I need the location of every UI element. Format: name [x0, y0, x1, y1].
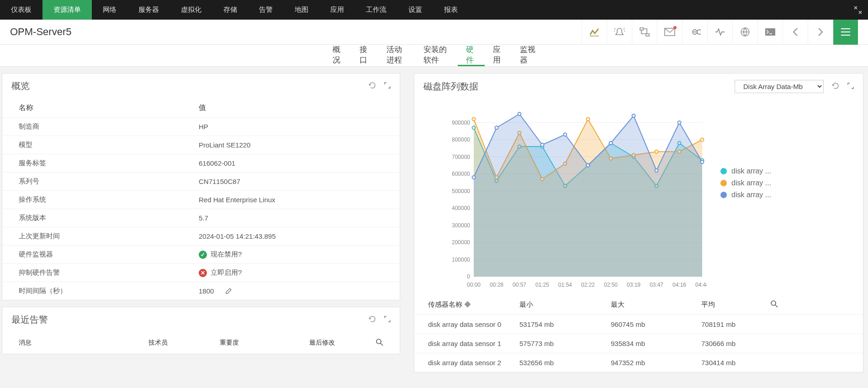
- svg-point-64: [587, 164, 590, 167]
- svg-point-63: [564, 133, 567, 136]
- link-icon[interactable]: [682, 20, 707, 45]
- refresh-icon[interactable]: [369, 315, 376, 324]
- sensor-max: 960745 mb: [611, 320, 701, 328]
- check-icon: ✓: [199, 251, 207, 259]
- svg-text:00:28: 00:28: [490, 282, 503, 288]
- refresh-icon[interactable]: [369, 82, 376, 90]
- topnav-item[interactable]: 服务器: [127, 0, 170, 20]
- expand-icon[interactable]: [384, 316, 391, 324]
- legend-item[interactable]: disk array ...: [720, 167, 771, 175]
- legend-item[interactable]: disk array ...: [720, 191, 771, 199]
- overview-row: 制造商HP: [2, 117, 400, 136]
- next-icon[interactable]: [808, 20, 833, 45]
- topnav-item[interactable]: 告警: [248, 0, 284, 20]
- svg-text:02:22: 02:22: [581, 282, 595, 288]
- topnav-item[interactable]: 资源清单: [42, 0, 92, 20]
- refresh-icon[interactable]: [832, 82, 839, 91]
- svg-point-59: [472, 176, 476, 179]
- sensor-col-min[interactable]: 最小: [519, 300, 611, 309]
- sensor-name: disk array data sensor 2: [428, 359, 519, 367]
- topnav-item[interactable]: 地图: [284, 0, 319, 20]
- alarm-col-tech[interactable]: 技术员: [148, 339, 220, 347]
- collapse-icon[interactable]: [848, 0, 868, 20]
- sensor-max: 947352 mb: [611, 359, 701, 367]
- legend-label: disk array ...: [731, 179, 771, 187]
- sensor-col-max[interactable]: 最大: [611, 300, 701, 309]
- topnav-item[interactable]: 网络: [92, 0, 127, 20]
- alarm-col-last[interactable]: 最后修改: [309, 339, 365, 347]
- hw-monitor-link[interactable]: 现在禁用?: [211, 250, 242, 259]
- chart-icon[interactable]: [582, 20, 607, 45]
- sensor-name: disk array data sensor 1: [428, 340, 519, 347]
- page-header: OPM-Server5: [0, 20, 868, 45]
- overview-key: 服务标签: [19, 159, 199, 168]
- legend-label: disk array ...: [731, 167, 771, 175]
- legend-item[interactable]: disk array ...: [720, 179, 771, 187]
- svg-point-68: [678, 121, 681, 124]
- svg-rect-0: [640, 28, 643, 30]
- subtab-item[interactable]: 概况: [324, 45, 351, 66]
- sensor-avg: 708191 mb: [701, 320, 762, 328]
- sensor-avg: 730414 mb: [701, 359, 762, 367]
- subtab-item[interactable]: 安装的软件: [415, 45, 458, 66]
- page-title: OPM-Server5: [10, 26, 71, 38]
- svg-text:700000: 700000: [452, 154, 470, 160]
- alarm-col-sev[interactable]: 重要度: [220, 339, 309, 347]
- disk-selector[interactable]: Disk Array Data-Mb: [735, 80, 824, 93]
- topnav-item[interactable]: 工作流: [355, 0, 397, 20]
- overview-title: 概览: [11, 80, 30, 92]
- topnav-item[interactable]: 报表: [433, 0, 469, 20]
- sort-icon[interactable]: ◆: [464, 300, 471, 308]
- topnav-item[interactable]: 存储: [212, 0, 248, 20]
- sensor-col-avg[interactable]: 平均: [701, 300, 762, 309]
- search-icon[interactable]: [762, 300, 778, 309]
- search-icon[interactable]: [365, 339, 383, 347]
- expand-icon[interactable]: [384, 82, 391, 90]
- sensor-min: 575773 mb: [519, 340, 611, 347]
- overview-value: Red Hat Enterprise Linux: [199, 196, 383, 204]
- alarm-col-msg[interactable]: 消息: [19, 339, 148, 347]
- topnav-item[interactable]: 应用: [319, 0, 355, 20]
- sensor-avg: 730666 mb: [701, 340, 762, 347]
- svg-text:02:50: 02:50: [604, 282, 618, 288]
- expand-icon[interactable]: [847, 83, 854, 90]
- svg-point-66: [632, 114, 635, 117]
- overview-key: 操作系统: [19, 195, 199, 204]
- svg-point-65: [609, 142, 613, 145]
- prev-icon[interactable]: [783, 20, 808, 45]
- mail-icon[interactable]: [657, 20, 682, 45]
- legend-label: disk array ...: [731, 191, 771, 199]
- svg-text:01:25: 01:25: [535, 282, 549, 288]
- suppress-link[interactable]: 立即启用?: [211, 268, 242, 277]
- globe-icon[interactable]: [732, 20, 757, 45]
- overview-key: 系统版本: [19, 214, 199, 222]
- subtab-item[interactable]: 应用: [485, 45, 512, 66]
- svg-text:03:19: 03:19: [627, 282, 640, 288]
- svg-point-61: [518, 112, 521, 115]
- alert-icon[interactable]: [607, 20, 632, 45]
- svg-text:00:00: 00:00: [467, 282, 481, 288]
- subtab-item[interactable]: 接口: [351, 45, 378, 66]
- edit-icon[interactable]: [225, 288, 232, 294]
- menu-icon[interactable]: [833, 20, 858, 45]
- topnav-item[interactable]: 仪表板: [0, 0, 42, 20]
- topnav-item[interactable]: 虚拟化: [170, 0, 212, 20]
- subtab-item[interactable]: 活动进程: [378, 45, 416, 66]
- svg-text:04:16: 04:16: [672, 282, 686, 288]
- overview-row: 系列号CN71150C87: [2, 172, 400, 190]
- suppress-label: 抑制硬件告警: [19, 268, 199, 277]
- subtab-item[interactable]: 监视器: [512, 45, 544, 66]
- activity-icon[interactable]: [707, 20, 732, 45]
- svg-point-53: [587, 118, 590, 121]
- flow-icon[interactable]: [632, 20, 657, 45]
- topnav-item[interactable]: 设置: [397, 0, 433, 20]
- svg-point-70: [771, 301, 776, 305]
- subtab-item[interactable]: 硬件: [458, 45, 485, 66]
- legend-dot-icon: [720, 168, 727, 174]
- disk-title: 磁盘阵列数据: [423, 80, 478, 93]
- overview-panel: 概览 名称 值 制造商HP模型ProLiant SE1220服务标签616062…: [2, 73, 400, 300]
- sensor-col-name[interactable]: 传感器名称 ◆: [428, 300, 519, 309]
- terminal-icon[interactable]: [757, 20, 783, 45]
- disk-panel: 磁盘阵列数据 Disk Array Data-Mb 01000002000003…: [414, 73, 863, 372]
- svg-point-56: [655, 150, 658, 153]
